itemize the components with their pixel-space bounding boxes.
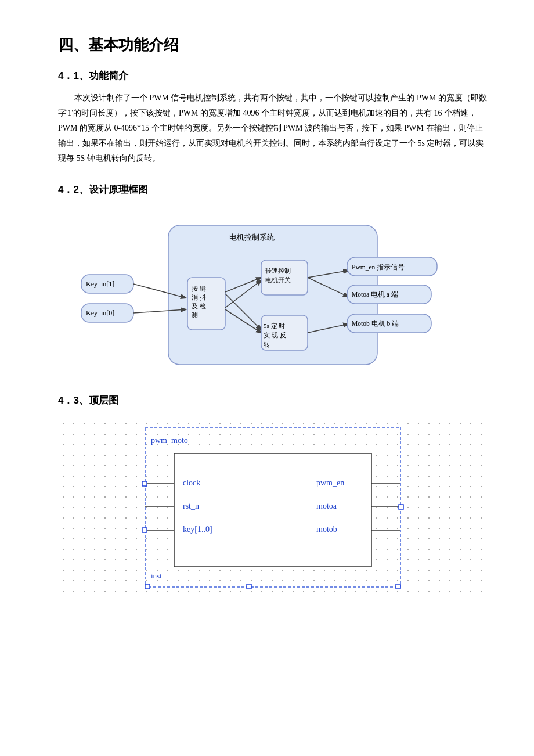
main-title: 四、基本功能介绍 (58, 35, 488, 55)
port-motob: motob (316, 525, 337, 534)
svg-rect-21 (142, 481, 147, 486)
section-41-title: 4．1、功能简介 (58, 69, 488, 82)
rbox2-line1: 5s 定 时 (264, 322, 285, 329)
section-43: 4．3、顶层图 pwm_moto clock rst_n key[1..0] p… (58, 394, 488, 599)
mid-box-line4: 测 (192, 311, 198, 318)
svg-rect-24 (142, 528, 147, 532)
diagram-43-svg: pwm_moto clock rst_n key[1..0] pwm_en mo… (75, 419, 470, 599)
section-41: 4．1、功能简介 本次设计制作了一个 PWM 信号电机控制系统，共有两个按键，其… (58, 69, 488, 165)
rbox2-line2: 实 现 反 (264, 332, 286, 339)
port-motoa: motoa (316, 502, 337, 510)
svg-rect-19 (174, 453, 371, 567)
rbox1-line2: 电机开关 (265, 276, 291, 283)
inst-label: inst (151, 571, 162, 580)
port-rstn: rst_n (183, 502, 199, 510)
out2: Motoa 电机 a 端 (352, 291, 398, 298)
port-pwmen: pwm_en (316, 478, 344, 487)
rbox1-line1: 转速控制 (265, 267, 291, 274)
mid-box-line2: 消 抖 (192, 294, 206, 301)
svg-rect-27 (399, 505, 403, 509)
rbox2-line3: 转 (264, 341, 270, 348)
out1: Pwm_en 指示信号 (352, 264, 405, 271)
port-key: key[1..0] (183, 525, 212, 534)
input-key1: Key_in[1] (86, 280, 114, 288)
diagram-42-svg: 电机控制系统 Key_in[1] Key_in[0] 按 键 消 抖 及 检 测 (75, 208, 470, 376)
svg-rect-29 (145, 584, 150, 589)
section-42-title: 4．2、设计原理框图 (58, 183, 488, 196)
svg-rect-31 (396, 584, 400, 589)
section-42: 4．2、设计原理框图 电机控制系统 Key_in[1] Key_in[0] 按 … (58, 183, 488, 376)
mid-box-line1: 按 键 (192, 285, 206, 292)
diagram-43-container: pwm_moto clock rst_n key[1..0] pwm_en mo… (58, 419, 488, 599)
mid-box-line3: 及 检 (192, 303, 206, 309)
section-43-title: 4．3、顶层图 (58, 394, 488, 407)
module-name: pwm_moto (151, 436, 188, 445)
out3: Motob 电机 b 端 (352, 320, 399, 327)
system-label: 电机控制系统 (229, 233, 275, 242)
input-key0: Key_in[0] (86, 309, 114, 317)
section-41-paragraph: 本次设计制作了一个 PWM 信号电机控制系统，共有两个按键，其中，一个按键可以控… (58, 91, 488, 165)
port-clock: clock (183, 478, 200, 487)
svg-rect-30 (247, 584, 251, 589)
diagram-42-container: 电机控制系统 Key_in[1] Key_in[0] 按 键 消 抖 及 检 测 (58, 208, 488, 376)
